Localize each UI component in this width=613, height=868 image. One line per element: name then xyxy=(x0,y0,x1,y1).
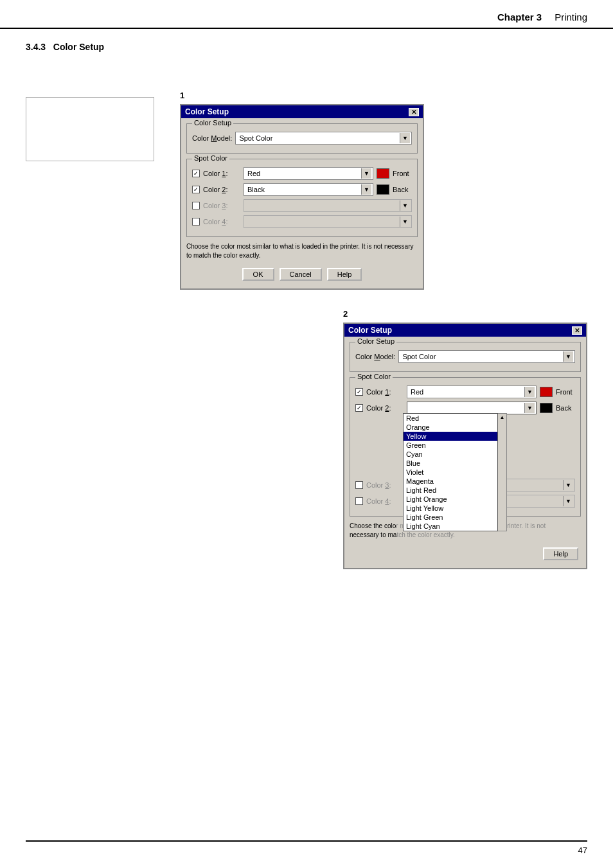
dropdown-item-blue[interactable]: Blue xyxy=(404,459,497,468)
dialog2-color2-swatch xyxy=(540,403,553,413)
dropdown-item-cyan[interactable]: Cyan xyxy=(404,450,497,459)
dialog1-color-model-select[interactable]: Spot Color ▼ xyxy=(235,132,412,145)
page-header: Chapter 3 Printing xyxy=(0,0,613,29)
dropdown-item-orange[interactable]: Orange xyxy=(404,423,497,432)
dialog1-color3-label: Color 3: xyxy=(203,202,240,209)
section-title: 3.4.3 Color Setup xyxy=(26,42,587,52)
dialog1-color4-row: Color 4: ▼ xyxy=(192,215,412,228)
step-2-row: 2 Color Setup ✕ Color Setup Colo xyxy=(26,309,587,569)
dialog2-color1-side: Front xyxy=(556,388,575,396)
dialog1-color4-checkbox[interactable] xyxy=(192,218,200,226)
dialog2-color2-label: Color 2: xyxy=(366,404,404,412)
dropdown-item-light-cyan[interactable]: Light Cyan xyxy=(404,522,497,531)
dialog1-info-text: Choose the color most similar to what is… xyxy=(186,242,418,260)
dialog1-color1-row: Color 1: Red ▼ Front xyxy=(192,167,412,180)
step2-number: 2 xyxy=(343,309,356,319)
dialog2-color1-checkbox[interactable] xyxy=(355,388,363,396)
dropdown-item-light-orange[interactable]: Light Orange xyxy=(404,495,497,504)
dropdown-item-light-green[interactable]: Light Green xyxy=(404,513,497,522)
dialog1-color-model-row: Color Model: Spot Color ▼ xyxy=(192,132,412,145)
dropdown-arrow-icon: ▼ xyxy=(361,184,371,195)
dialog2-color-model-select[interactable]: Spot Color ▼ xyxy=(398,350,575,363)
dialog1-spot-color-group: Spot Color Color 1: Red ▼ xyxy=(186,159,418,237)
dropdown-arrow-icon: ▼ xyxy=(400,133,410,143)
step1-placeholder-image xyxy=(26,97,154,161)
dialog1-color1-select[interactable]: Red ▼ xyxy=(244,167,373,180)
dialog1-color3-row: Color 3: ▼ xyxy=(192,199,412,212)
dropdown-item-light-yellow[interactable]: Light Yellow xyxy=(404,504,497,513)
dropdown-arrow-icon: ▼ xyxy=(400,200,410,211)
dialog2: Color Setup ✕ Color Setup Color Model: S… xyxy=(343,323,587,569)
dropdown-arrow-icon: ▼ xyxy=(563,496,573,506)
dialog1-color1-checkbox[interactable] xyxy=(192,170,200,177)
dialog1-color-setup-group: Color Setup Color Model: Spot Color ▼ xyxy=(186,123,418,154)
dialog1-color1-label: Color 1: xyxy=(203,170,240,177)
dialog1-color-model-label: Color Model: xyxy=(192,134,232,142)
dialog1-color2-label: Color 2: xyxy=(203,186,240,193)
dropdown-item-violet[interactable]: Violet xyxy=(404,468,497,477)
dialog2-close-button[interactable]: ✕ xyxy=(572,326,582,335)
dialog1-color1-side: Front xyxy=(393,170,412,177)
dropdown-item-yellow[interactable]: Yellow xyxy=(404,432,497,441)
dropdown-scrollbar[interactable]: ▲ xyxy=(498,413,507,531)
chapter-label: Chapter 3 xyxy=(497,12,542,22)
dropdown-arrow-icon: ▼ xyxy=(524,387,535,397)
dialog1-color4-label: Color 4: xyxy=(203,218,240,226)
dialog2-dropdown-list: Red Orange Yellow Green Cyan Blue Violet… xyxy=(403,413,498,531)
dialog2-titlebar: Color Setup ✕ xyxy=(344,324,586,337)
dropdown-item-red[interactable]: Red xyxy=(404,414,497,423)
page: Chapter 3 Printing 3.4.3 Color Setup 1 C… xyxy=(0,0,613,868)
step1-number: 1 xyxy=(180,91,193,100)
dialog1: Color Setup ✕ Color Setup Color Model: S… xyxy=(180,104,424,290)
dialog2-color4-checkbox[interactable] xyxy=(355,497,363,505)
dialog2-dropdown-container: Red Orange Yellow Green Cyan Blue Violet… xyxy=(403,413,507,531)
dialog1-color2-row: Color 2: Black ▼ Back xyxy=(192,183,412,196)
dropdown-arrow-icon: ▼ xyxy=(361,168,371,179)
dialog1-color2-swatch xyxy=(377,184,389,195)
dialog1-ok-button[interactable]: OK xyxy=(242,268,274,281)
dialog2-body: Color Setup Color Model: Spot Color ▼ xyxy=(344,337,586,568)
dialog1-color1-value: Red xyxy=(245,170,361,177)
dialog2-color1-swatch xyxy=(540,387,553,397)
dropdown-arrow-icon: ▼ xyxy=(563,351,573,362)
dialog1-cancel-button[interactable]: Cancel xyxy=(280,268,322,281)
dialog1-close-button[interactable]: ✕ xyxy=(409,108,419,116)
dropdown-arrow-icon: ▼ xyxy=(524,403,535,413)
dialog1-titlebar: Color Setup ✕ xyxy=(181,105,423,118)
dropdown-item-light-red[interactable]: Light Red xyxy=(404,486,497,495)
dialog2-color2-checkbox[interactable] xyxy=(355,404,363,412)
dialog1-help-button[interactable]: Help xyxy=(327,268,362,281)
dialog2-color1-label: Color 1: xyxy=(366,388,404,396)
dialog1-color4-select: ▼ xyxy=(244,215,412,228)
dialog1-color2-value: Black xyxy=(245,186,361,193)
dialog2-color2-row: Color 2: ▼ Back xyxy=(355,402,575,414)
dialog2-spot-color-label: Spot Color xyxy=(355,373,393,380)
dialog2-buttons: Help xyxy=(350,544,581,563)
dialog2-color-setup-group: Color Setup Color Model: Spot Color ▼ xyxy=(350,342,581,372)
dropdown-item-green[interactable]: Green xyxy=(404,441,497,450)
dialog1-color-setup-label: Color Setup xyxy=(192,119,233,127)
dropdown-arrow-icon: ▼ xyxy=(563,480,573,490)
dialog2-color-model-value: Spot Color xyxy=(400,353,563,360)
dialog1-color2-side: Back xyxy=(393,186,412,193)
dialog2-color-setup-label: Color Setup xyxy=(355,337,396,345)
dialog2-color1-row: Color 1: Red ▼ Front xyxy=(355,385,575,398)
dialog1-color3-checkbox[interactable] xyxy=(192,202,200,209)
dialog2-color2-container: Color 2: ▼ Back xyxy=(355,402,575,414)
page-number: 47 xyxy=(578,846,587,855)
dialog2-color3-label: Color 3: xyxy=(366,481,404,489)
dialog2-color4-label: Color 4: xyxy=(366,497,404,505)
dialog1-body: Color Setup Color Model: Spot Color ▼ xyxy=(181,118,423,288)
dialog1-color2-checkbox[interactable] xyxy=(192,186,200,193)
page-footer: 47 xyxy=(26,840,587,855)
dialog1-color2-select[interactable]: Black ▼ xyxy=(244,183,373,196)
dialog2-color3-checkbox[interactable] xyxy=(355,481,363,489)
dialog1-color3-select: ▼ xyxy=(244,199,412,212)
dialog2-help-button[interactable]: Help xyxy=(543,547,578,560)
dialog2-color1-select[interactable]: Red ▼ xyxy=(407,385,537,398)
dialog2-color2-select[interactable]: ▼ xyxy=(407,402,537,414)
dialog2-color-model-label: Color Model: xyxy=(355,353,395,360)
dropdown-arrow-icon: ▼ xyxy=(400,217,410,227)
main-content: 3.4.3 Color Setup 1 Color Setup ✕ xyxy=(0,29,613,627)
dropdown-item-magenta[interactable]: Magenta xyxy=(404,477,497,486)
